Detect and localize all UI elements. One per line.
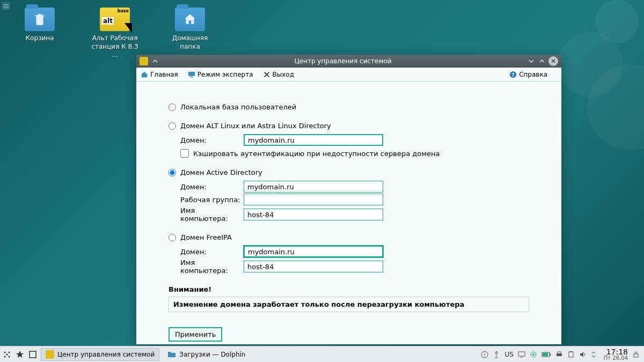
tray-volume-icon[interactable] <box>579 351 587 358</box>
tray-usb-icon[interactable] <box>493 351 500 358</box>
svg-rect-20 <box>569 352 573 357</box>
system-tray: i US 17:18 Пт 26.04 <box>481 348 642 361</box>
keyboard-layout[interactable]: US <box>504 351 513 358</box>
ipa-host-input[interactable] <box>244 261 383 272</box>
tray-battery-icon[interactable] <box>541 351 551 358</box>
svg-point-14 <box>532 353 535 356</box>
radio-ald-label[interactable]: Домен ALT Linux или Astra Linux Director… <box>180 122 331 130</box>
minimize-button[interactable] <box>527 57 536 65</box>
ald-domain-label: Домен: <box>180 136 244 144</box>
maximize-button[interactable] <box>538 57 546 65</box>
trash-icon <box>33 12 47 26</box>
desktop-icon-label: Корзина <box>13 34 67 43</box>
favorites-button[interactable] <box>15 350 25 359</box>
home-icon <box>141 71 148 78</box>
ad-workgroup-label: Рабочая группа: <box>180 196 244 204</box>
task-dolphin[interactable]: Загрузки — Dolphin <box>163 348 275 361</box>
svg-rect-21 <box>570 351 572 352</box>
ald-domain-input[interactable] <box>244 134 383 146</box>
window-title: Центр управления системой <box>159 57 527 65</box>
desktop-icon-home[interactable]: Домашняя папка <box>163 8 217 60</box>
tray-info-icon[interactable]: i <box>481 351 488 358</box>
ipa-host-label: Имя компьютера: <box>180 258 244 275</box>
control-center-window: Центр управления системой ✕ Главная Режи… <box>136 55 561 344</box>
cache-label[interactable]: Кэшировать аутентификацию при недоступно… <box>193 150 440 158</box>
toolbar: Главная Режим эксперта Выход ? Справка <box>136 68 561 82</box>
home-icon <box>183 12 197 26</box>
ipa-domain-label: Домен: <box>180 248 244 256</box>
svg-rect-1 <box>190 76 193 77</box>
ipa-domain-input[interactable] <box>244 246 383 257</box>
svg-text:?: ? <box>512 72 515 77</box>
tray-clipboard-icon[interactable] <box>567 351 575 358</box>
app-menu-button[interactable] <box>2 2 10 10</box>
svg-point-8 <box>6 353 8 355</box>
desktop-icon-label: Альт Рабочая станция К 8.3 ... <box>88 34 142 60</box>
cache-checkbox[interactable] <box>180 149 189 158</box>
desktop-icons: Корзина basealt Альт Рабочая станция К 8… <box>13 8 217 60</box>
toolbar-main[interactable]: Главная <box>141 71 178 78</box>
clock-time: 17:18 <box>604 348 628 356</box>
ad-host-input[interactable] <box>244 209 383 220</box>
app-icon <box>140 57 148 65</box>
radio-ipa[interactable] <box>169 234 176 241</box>
app-icon <box>46 350 54 359</box>
rollup-icon[interactable] <box>151 57 159 65</box>
tray-expand-icon[interactable] <box>591 351 596 358</box>
close-icon <box>263 71 270 78</box>
radio-ipa-label[interactable]: Домен FreeIPA <box>180 233 232 241</box>
desktop-icon-alt[interactable]: basealt Альт Рабочая станция К 8.3 ... <box>88 8 142 60</box>
radio-ald[interactable] <box>169 122 176 130</box>
svg-rect-22 <box>634 354 638 357</box>
tray-display-icon[interactable] <box>518 351 525 358</box>
warning-text: Изменение домена заработает только после… <box>169 297 529 312</box>
clock[interactable]: 17:18 Пт 26.04 <box>604 348 628 361</box>
apply-button[interactable]: Применить <box>169 327 222 342</box>
svg-rect-16 <box>550 353 551 356</box>
svg-point-5 <box>9 351 10 353</box>
show-desktop-button[interactable] <box>28 350 38 359</box>
titlebar[interactable]: Центр управления системой ✕ <box>136 55 561 68</box>
close-button[interactable]: ✕ <box>548 56 558 66</box>
monitor-icon <box>188 71 195 78</box>
ad-workgroup-input[interactable] <box>244 194 383 205</box>
tray-lock-icon[interactable] <box>632 351 640 358</box>
desktop-icon-trash[interactable]: Корзина <box>13 8 67 60</box>
ad-host-label: Имя компьютера: <box>180 206 244 223</box>
desktop-icon-label: Домашняя папка <box>163 34 217 51</box>
task-control-center[interactable]: Центр управления системой <box>41 348 159 361</box>
warning-label: Внимание! <box>169 285 529 293</box>
svg-rect-9 <box>30 351 36 358</box>
svg-text:i: i <box>484 352 486 357</box>
svg-point-4 <box>4 351 6 353</box>
svg-rect-17 <box>543 353 548 356</box>
svg-point-7 <box>9 356 10 357</box>
tray-print-icon[interactable] <box>555 351 563 358</box>
radio-ad[interactable] <box>169 169 176 176</box>
clock-date: Пт 26.04 <box>604 356 628 361</box>
content-area: Локальная база пользователей Домен ALT L… <box>136 82 561 344</box>
desktop: Корзина basealt Альт Рабочая станция К 8… <box>0 0 644 362</box>
help-icon: ? <box>509 71 517 78</box>
toolbar-exit[interactable]: Выход <box>263 71 294 78</box>
start-button[interactable] <box>2 350 12 359</box>
radio-local[interactable] <box>169 104 176 111</box>
tray-network-icon[interactable] <box>530 351 537 358</box>
toolbar-expert[interactable]: Режим эксперта <box>188 71 253 78</box>
taskbar: Центр управления системой Загрузки — Dol… <box>0 346 644 362</box>
svg-rect-12 <box>518 352 525 356</box>
toolbar-help[interactable]: ? Справка <box>509 71 547 78</box>
radio-ad-label[interactable]: Домен Active Directory <box>180 168 262 176</box>
folder-icon <box>167 350 176 359</box>
ad-domain-label: Домен: <box>180 183 244 191</box>
ad-domain-input[interactable] <box>244 181 383 193</box>
svg-point-6 <box>4 356 6 357</box>
radio-local-label[interactable]: Локальная база пользователей <box>180 103 296 111</box>
svg-rect-0 <box>188 71 195 76</box>
